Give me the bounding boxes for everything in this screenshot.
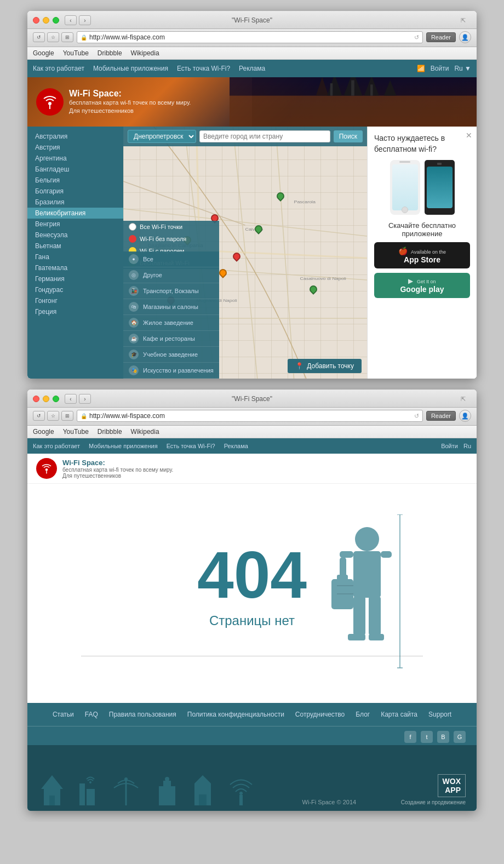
- reload-button-2[interactable]: ↺: [33, 411, 45, 421]
- cat-arts[interactable]: 🎭 Искусство и развлечения: [123, 363, 219, 379]
- address-bar-2[interactable]: 🔒 http://www.wi-fispace.com ↺: [77, 410, 423, 422]
- footer-articles[interactable]: Статьи: [53, 711, 74, 718]
- search-button[interactable]: Поиск: [334, 130, 363, 142]
- user-icon-button-2[interactable]: 👤: [459, 410, 471, 422]
- country-honduras[interactable]: Гондурас: [27, 284, 123, 295]
- nav-how-it-works[interactable]: Как это работает: [33, 65, 84, 72]
- country-brazil[interactable]: Бразилия: [27, 197, 123, 208]
- nav-ads-2[interactable]: Реклама: [224, 443, 248, 449]
- footer-privacy[interactable]: Политика конфиденциальности: [187, 711, 284, 718]
- bookmark-wikipedia-2[interactable]: Wikipedia: [131, 428, 159, 436]
- footer-support[interactable]: Support: [428, 711, 451, 718]
- appstore-button[interactable]: 🍎 Available on the App Store: [374, 242, 470, 268]
- nav-mobile-2[interactable]: Мобильные приложения: [89, 443, 158, 449]
- reload-button[interactable]: ↺: [33, 32, 45, 42]
- country-germany[interactable]: Германия: [27, 273, 123, 284]
- maximize-button[interactable]: [53, 17, 59, 24]
- country-vietnam[interactable]: Вьетнам: [27, 241, 123, 251]
- twitter-icon[interactable]: t: [421, 731, 433, 743]
- user-icon-button[interactable]: 👤: [459, 31, 471, 43]
- google-plus-icon[interactable]: G: [454, 731, 466, 743]
- footer-faq[interactable]: FAQ: [85, 711, 98, 718]
- bookmark-dribbble-2[interactable]: Dribbble: [98, 428, 122, 436]
- login-button[interactable]: Войти: [431, 65, 449, 72]
- nav-wifi-2[interactable]: Есть точка Wi-Fi?: [167, 443, 215, 449]
- bookmark-youtube-2[interactable]: YouTube: [63, 428, 89, 436]
- country-argentina[interactable]: Аргентина: [27, 153, 123, 164]
- country-bangladesh[interactable]: Бангладеш: [27, 164, 123, 175]
- googleplay-button[interactable]: ▶ Get It on Google play: [374, 273, 470, 298]
- nav-how-2[interactable]: Как это работает: [33, 443, 80, 449]
- country-australia[interactable]: Австралия: [27, 131, 123, 142]
- cat-hotel[interactable]: 🏠 Жилое заведение: [123, 315, 219, 331]
- country-hongkong[interactable]: Гонгонг: [27, 295, 123, 306]
- footer-collab[interactable]: Сотрудничество: [295, 711, 345, 718]
- address-bar-1[interactable]: 🔒 http://www.wi-fispace.com ↺: [77, 31, 423, 43]
- map-container[interactable]: Giugliano in Campania Caivano Pascarola …: [123, 127, 367, 379]
- city-search-input[interactable]: [199, 130, 330, 142]
- city-select[interactable]: Днепропетровск: [128, 130, 196, 143]
- country-greece[interactable]: Греция: [27, 306, 123, 317]
- bookmark-google[interactable]: Google: [33, 49, 54, 57]
- toolbar-icons: ↺ ☆ ⊞: [33, 32, 73, 42]
- lang-selector[interactable]: Ru ▼: [454, 65, 471, 72]
- city-icons: [38, 773, 257, 805]
- country-venezuela[interactable]: Венесуэла: [27, 230, 123, 241]
- country-bulgaria[interactable]: Болгария: [27, 186, 123, 197]
- forward-button-2[interactable]: ›: [79, 394, 91, 404]
- minimize-button[interactable]: [43, 17, 49, 24]
- bookmark-google-2[interactable]: Google: [33, 428, 54, 436]
- country-guatemala[interactable]: Гватемала: [27, 262, 123, 273]
- ad-close-button[interactable]: ✕: [466, 131, 472, 140]
- reader-button[interactable]: Reader: [426, 32, 456, 42]
- grid-button[interactable]: ⊞: [61, 32, 73, 42]
- cat-edu[interactable]: 🎓 Учебное заведение: [123, 347, 219, 363]
- reader-button-2[interactable]: Reader: [426, 411, 456, 421]
- svg-point-26: [45, 468, 48, 471]
- cat-transport[interactable]: 🚂 Транспорт, Вокзалы: [123, 283, 219, 299]
- cat-icon-edu: 🎓: [129, 350, 139, 359]
- legend-label-nopass: Wi-Fi без пароля: [140, 236, 186, 242]
- bookmark-youtube[interactable]: YouTube: [63, 49, 89, 57]
- nav-add-wifi[interactable]: Есть точка Wi-Fi?: [177, 65, 230, 72]
- vk-icon[interactable]: B: [437, 731, 449, 743]
- bookmark-wikipedia[interactable]: Wikipedia: [131, 49, 159, 57]
- close-button-2[interactable]: [33, 396, 39, 402]
- country-ghana[interactable]: Гана: [27, 251, 123, 262]
- add-point-button[interactable]: 📍 Добавить точку: [288, 359, 362, 373]
- forward-button[interactable]: ›: [79, 15, 91, 25]
- cat-shops[interactable]: 🛍 Магазины и салоны: [123, 299, 219, 315]
- nav-ads[interactable]: Реклама: [239, 65, 265, 72]
- cat-other[interactable]: ◎ Другое: [123, 267, 219, 283]
- bookmark-button-2[interactable]: ☆: [47, 411, 59, 421]
- maximize-button-2[interactable]: [53, 396, 59, 402]
- refresh-icon[interactable]: ↺: [414, 34, 419, 41]
- back-button-2[interactable]: ‹: [65, 394, 77, 404]
- bookmark-dribbble[interactable]: Dribbble: [98, 49, 122, 57]
- ad-panel: ✕ Часто нуждаетесь в бесплатном wi-fi?: [367, 127, 477, 379]
- svg-line-15: [276, 127, 294, 379]
- svg-rect-53: [163, 781, 171, 787]
- facebook-icon[interactable]: f: [404, 731, 416, 743]
- cat-cafe[interactable]: ☕ Кафе и рестораны: [123, 331, 219, 347]
- minimize-button-2[interactable]: [43, 396, 49, 402]
- svg-point-51: [124, 777, 128, 781]
- back-button[interactable]: ‹: [65, 15, 77, 25]
- nav-mobile-apps[interactable]: Мобильные приложения: [93, 65, 168, 72]
- lang-2[interactable]: Ru: [463, 443, 471, 449]
- footer-blog[interactable]: Блог: [356, 711, 370, 718]
- grid-button-2[interactable]: ⊞: [61, 411, 73, 421]
- login-button-2[interactable]: Войти: [441, 443, 458, 449]
- svg-text:Casalnuovo di Napoli: Casalnuovo di Napoli: [300, 276, 346, 281]
- footer-sitemap[interactable]: Карта сайта: [381, 711, 417, 718]
- country-belgium[interactable]: Бельгия: [27, 175, 123, 186]
- wifi-logo-icon-2: [41, 462, 53, 474]
- close-button[interactable]: [33, 17, 39, 24]
- footer-terms[interactable]: Правила пользования: [109, 711, 176, 718]
- bookmark-button[interactable]: ☆: [47, 32, 59, 42]
- cat-all[interactable]: ● Все: [123, 251, 219, 267]
- country-hungary[interactable]: Венгрия: [27, 219, 123, 230]
- country-austria[interactable]: Австрия: [27, 142, 123, 153]
- refresh-icon-2[interactable]: ↺: [414, 413, 419, 420]
- country-uk[interactable]: Великобритания: [27, 208, 123, 219]
